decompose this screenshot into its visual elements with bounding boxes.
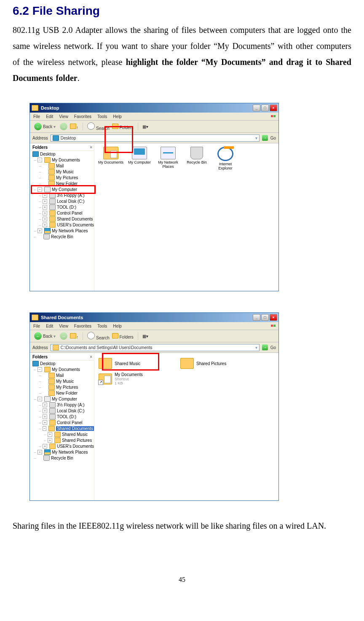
search-label: Search: [96, 336, 110, 340]
tree-desktop[interactable]: Desktop: [32, 361, 94, 366]
tree-controlpanel[interactable]: +Control Panel: [43, 420, 94, 425]
menu-edit[interactable]: Edit: [46, 114, 53, 119]
go-button[interactable]: →: [262, 344, 268, 350]
close-button[interactable]: ×: [270, 314, 277, 321]
menu-view[interactable]: View: [59, 324, 68, 328]
address-label: Address: [32, 345, 48, 350]
forward-button[interactable]: →: [60, 123, 67, 130]
back-button[interactable]: ← Back ▾: [32, 122, 57, 131]
back-button[interactable]: ← Back ▾: [32, 332, 57, 340]
titlebar[interactable]: Shared Documents _ □ ×: [30, 313, 278, 322]
tree-music[interactable]: My Music: [43, 379, 94, 384]
tree-toold[interactable]: +TOOL (D:): [43, 204, 94, 210]
menu-file[interactable]: File: [33, 114, 40, 119]
tree-shareddocs[interactable]: −Shared Documents: [43, 426, 94, 431]
menu-tools[interactable]: Tools: [97, 114, 107, 119]
folders-sidebar: Folders× Desktop −My Documents Mail My M…: [30, 143, 94, 291]
close-sidebar-button[interactable]: ×: [90, 145, 92, 150]
menu-favorites[interactable]: Favorites: [74, 324, 91, 328]
item-ie[interactable]: Internet Explorer: [212, 147, 238, 170]
tree-recyclebin[interactable]: Recycle Bin: [37, 234, 94, 239]
folders-label: Folders: [119, 125, 133, 130]
tree-mail[interactable]: Mail: [43, 163, 94, 169]
titlebar[interactable]: Desktop _ □ ×: [30, 103, 278, 113]
sidebar-title: Folders: [32, 145, 48, 150]
tree-networkplaces[interactable]: +My Network Places: [37, 228, 94, 234]
tree-mycomputer[interactable]: −My Computer: [37, 396, 94, 402]
forward-button[interactable]: →: [60, 332, 67, 340]
content-pane[interactable]: Shared Music Shared Pictures ↗ My Docume…: [94, 353, 278, 500]
tree-floppy[interactable]: +3½ Floppy (A:): [43, 402, 94, 408]
minimize-button[interactable]: _: [253, 314, 260, 321]
tree-pictures[interactable]: My Pictures: [43, 384, 94, 390]
tree-pictures[interactable]: My Pictures: [43, 175, 94, 180]
tree-localc[interactable]: +Local Disk (C:): [43, 199, 94, 204]
tree-userdocs[interactable]: +USER's Documents: [43, 444, 94, 449]
tree-shareddocs[interactable]: +Shared Documents: [43, 216, 94, 222]
menu-help[interactable]: Help: [113, 114, 122, 119]
item-label: Shared Music: [115, 361, 140, 366]
folders-sidebar: Folders× Desktop −My Documents Mail My M…: [30, 353, 94, 500]
menu-favorites[interactable]: Favorites: [74, 114, 91, 119]
item-label: My Computer: [128, 160, 151, 164]
computer-icon: [132, 147, 147, 159]
search-button[interactable]: Search: [87, 122, 109, 131]
tree-sharedmusic[interactable]: +Shared Music: [48, 432, 94, 437]
up-button[interactable]: ↑: [70, 124, 78, 130]
tree-controlpanel[interactable]: +Control Panel: [43, 210, 94, 216]
menu-tools[interactable]: Tools: [97, 324, 107, 328]
folders-button[interactable]: Folders: [112, 333, 134, 339]
minimize-button[interactable]: _: [253, 105, 260, 111]
item-sharedmusic[interactable]: Shared Music: [98, 356, 171, 371]
item-mydocuments[interactable]: My Documents: [98, 147, 124, 170]
address-bar: Address Desktop ▾ → Go: [30, 133, 278, 143]
menu-file[interactable]: File: [33, 324, 40, 328]
menu-help[interactable]: Help: [113, 324, 122, 328]
back-arrow-icon: ←: [34, 123, 42, 130]
tree-music[interactable]: My Music: [43, 169, 94, 175]
shortcut-arrow-icon: ↗: [98, 380, 103, 385]
section-heading: 6.2 File Sharing: [13, 4, 351, 18]
close-button[interactable]: ×: [270, 105, 277, 111]
menu-view[interactable]: View: [59, 114, 68, 119]
tree-toold[interactable]: +TOOL (D:): [43, 414, 94, 419]
item-recyclebin[interactable]: Recycle Bin: [184, 147, 210, 170]
tree-sharedpictures[interactable]: +Shared Pictures: [48, 438, 94, 443]
back-label: Back: [43, 334, 52, 339]
up-button[interactable]: ↑: [70, 333, 78, 339]
item-sharedpictures[interactable]: Shared Pictures: [179, 356, 253, 371]
item-label: My Network Places: [155, 160, 181, 169]
tree-localc[interactable]: +Local Disk (C:): [43, 408, 94, 414]
address-input[interactable]: C:\Documents and Settings\All Users\Docu…: [51, 344, 260, 351]
go-button[interactable]: →: [262, 135, 268, 141]
folder-tree[interactable]: Desktop −My Documents Mail My Music My P…: [31, 151, 94, 239]
search-button[interactable]: Search: [87, 332, 109, 340]
tree-floppy[interactable]: +3½ Floppy (A:): [43, 193, 94, 198]
tree-mydocuments[interactable]: −My Documents: [37, 157, 94, 163]
body-paragraph-2: Sharing files in the IEEE802.11g wireles…: [13, 518, 351, 534]
address-input[interactable]: Desktop ▾: [51, 134, 260, 142]
folder-tree[interactable]: Desktop −My Documents Mail My Music My P…: [31, 361, 94, 461]
item-mydocuments-shortcut[interactable]: ↗ My Documents Shortcut 1 KB: [98, 371, 171, 387]
tree-mydocuments[interactable]: −My Documents: [37, 367, 94, 372]
tree-newfolder[interactable]: New Folder: [43, 390, 94, 396]
item-mycomputer[interactable]: My Computer: [126, 147, 153, 170]
tree-desktop[interactable]: Desktop: [32, 151, 94, 157]
item-size: 1 KB: [115, 381, 143, 385]
tree-mycomputer[interactable]: −My Computer: [37, 187, 94, 192]
tree-mail[interactable]: Mail: [43, 373, 94, 378]
menu-edit[interactable]: Edit: [46, 324, 53, 328]
maximize-button[interactable]: □: [261, 105, 269, 111]
content-pane[interactable]: My Documents My Computer My Network Plac…: [94, 143, 278, 291]
views-button[interactable]: ▦▾: [142, 334, 148, 339]
folders-button[interactable]: Folders: [112, 124, 134, 130]
tree-userdocs[interactable]: +USER's Documents: [43, 222, 94, 228]
tree-recyclebin[interactable]: Recycle Bin: [37, 455, 94, 461]
maximize-button[interactable]: □: [261, 314, 269, 321]
close-sidebar-button[interactable]: ×: [90, 355, 92, 359]
item-label: My Documents: [115, 372, 143, 377]
tree-newfolder[interactable]: New Folder: [43, 181, 94, 186]
views-button[interactable]: ▦▾: [142, 124, 148, 129]
item-networkplaces[interactable]: My Network Places: [155, 147, 181, 170]
tree-networkplaces[interactable]: +My Network Places: [37, 449, 94, 455]
